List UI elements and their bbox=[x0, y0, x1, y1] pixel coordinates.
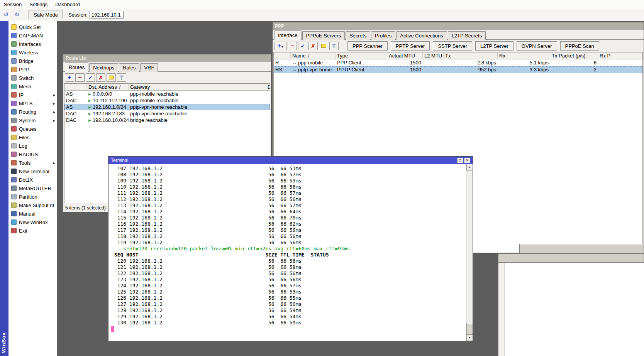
terminal-titlebar[interactable]: Terminal bbox=[108, 157, 473, 164]
terminal-scrollbar[interactable] bbox=[466, 164, 473, 341]
menu-item[interactable]: Session bbox=[0, 1, 25, 8]
route-list-titlebar[interactable]: Route List bbox=[63, 54, 271, 62]
sidebar-item[interactable]: Mesh bbox=[8, 82, 57, 91]
sidebar-item[interactable]: Partition bbox=[8, 192, 57, 201]
ppp-action-button[interactable]: SSTP Server bbox=[433, 41, 472, 51]
terminal-line: 111 192.168.1.2 56 66 57ms bbox=[111, 190, 466, 196]
disable-button[interactable] bbox=[308, 42, 318, 50]
tab[interactable]: Secrets bbox=[346, 31, 370, 40]
sidebar-item[interactable]: MPLS ▸ bbox=[8, 99, 57, 108]
disable-button[interactable] bbox=[96, 73, 105, 82]
menu-item[interactable]: Dashboard bbox=[51, 1, 84, 8]
col-gateway[interactable]: Gateway bbox=[129, 84, 266, 91]
col-flags[interactable] bbox=[64, 84, 87, 91]
comment-button[interactable] bbox=[319, 42, 328, 50]
sidebar-item[interactable]: RADIUS bbox=[8, 150, 57, 159]
remove-button[interactable] bbox=[75, 73, 85, 82]
sidebar-item[interactable]: Interfaces bbox=[8, 40, 57, 48]
tab[interactable]: Active Connections bbox=[396, 31, 447, 40]
sidebar-item[interactable]: Wireless bbox=[8, 48, 57, 57]
add-button[interactable] bbox=[274, 42, 286, 50]
col-name[interactable]: Name/ bbox=[291, 52, 336, 59]
col-flags[interactable] bbox=[274, 52, 291, 59]
table-row[interactable]: RS pptp-vpn-home PPTP Client 1500 952 bp… bbox=[274, 66, 642, 73]
close-button[interactable] bbox=[464, 158, 470, 163]
ppp-action-button[interactable]: L2TP Server bbox=[475, 41, 514, 51]
maximize-button[interactable] bbox=[457, 158, 463, 163]
col-rx-packet[interactable]: Rx P bbox=[598, 52, 642, 59]
sidebar-item[interactable]: Tools ▸ bbox=[8, 159, 57, 167]
sidebar-item[interactable]: MetaROUTER bbox=[8, 184, 57, 192]
sidebar-item[interactable]: New Terminal bbox=[8, 167, 57, 175]
sidebar-item[interactable]: Quick Set bbox=[8, 23, 57, 31]
ppp-action-button[interactable]: PPTP Server bbox=[391, 41, 430, 51]
sidebar-item[interactable]: Make Supout.rif bbox=[8, 201, 57, 209]
tab[interactable]: PPPoE Servers bbox=[302, 31, 345, 40]
tab[interactable]: Profiles bbox=[371, 31, 395, 40]
sidebar-item[interactable]: CAPsMAN bbox=[8, 31, 57, 40]
redo-button[interactable] bbox=[12, 10, 22, 19]
background-window-bar[interactable] bbox=[498, 253, 644, 263]
tab[interactable]: Routes bbox=[65, 62, 88, 72]
col-type[interactable]: Type bbox=[336, 52, 387, 59]
col-distance[interactable]: Dis bbox=[266, 84, 270, 91]
sidebar-item[interactable]: Dot1X bbox=[8, 175, 57, 184]
table-row[interactable]: DAC 10.112.112.190 ppp-mobile reachable bbox=[64, 97, 270, 104]
sidebar-item[interactable]: Bridge bbox=[8, 57, 57, 65]
safe-mode-button[interactable]: Safe Mode bbox=[29, 10, 63, 19]
menu-item[interactable]: Settings bbox=[25, 1, 51, 8]
col-l2-mtu[interactable]: L2 MTU bbox=[423, 52, 444, 59]
add-button[interactable] bbox=[65, 73, 74, 82]
routing-icon bbox=[11, 109, 17, 115]
sidebar-item[interactable]: Routing ▸ bbox=[8, 108, 57, 116]
filter-funnel-icon bbox=[332, 44, 336, 48]
tab[interactable]: L2TP Secrets bbox=[448, 31, 486, 40]
col-rx[interactable]: Rx bbox=[498, 52, 550, 59]
comment-button[interactable] bbox=[107, 73, 116, 82]
sidebar-item[interactable]: Queues bbox=[8, 125, 57, 133]
scroll-down-button[interactable] bbox=[466, 334, 473, 341]
session-input[interactable] bbox=[90, 11, 124, 19]
scrollbar-thumb[interactable] bbox=[466, 323, 473, 334]
enable-button[interactable] bbox=[86, 73, 95, 82]
table-row[interactable]: AS 192.168.1.0/24 pptp-vpn-home reachabl… bbox=[64, 104, 270, 110]
ppp-titlebar[interactable]: PPP bbox=[273, 22, 644, 30]
tab[interactable]: VRF bbox=[140, 63, 158, 72]
table-row[interactable]: AS 0.0.0.0/0 ppp-mobile reachable bbox=[64, 91, 270, 97]
table-row[interactable]: DAC 192.168.2.183 pptp-vpn-home reachabl… bbox=[64, 110, 270, 117]
sidebar-item[interactable]: IP ▸ bbox=[8, 91, 57, 99]
col-tx[interactable]: Tx bbox=[444, 52, 498, 59]
wireless-icon bbox=[11, 50, 17, 55]
table-row[interactable]: R ppp-mobile PPP Client 1500 2.8 kbps 5.… bbox=[274, 59, 642, 66]
comment-icon bbox=[321, 44, 326, 48]
sidebar-item[interactable]: New WinBox bbox=[8, 218, 57, 226]
col-actual-mtu[interactable]: Actual MTU bbox=[387, 52, 423, 59]
sidebar-item[interactable]: Switch bbox=[8, 74, 57, 82]
ppp-table-header: Name/ Type Actual MTU L2 MTU Tx Rx Tx Pa… bbox=[274, 52, 642, 59]
col-tx-packet[interactable]: Tx Packet (p/s) bbox=[550, 52, 598, 59]
sidebar-item[interactable]: Manual bbox=[8, 209, 57, 218]
log-icon bbox=[11, 143, 17, 148]
terminal-content[interactable]: 107 192.168.1.2 56 66 53ms 108 192.168.1… bbox=[108, 164, 466, 341]
ppp-action-button[interactable]: PPPoE Scan bbox=[560, 41, 599, 51]
tab[interactable]: Rules bbox=[119, 63, 139, 72]
ppp-action-button[interactable]: PPP Scanner bbox=[347, 41, 388, 51]
ppp-action-button[interactable]: OVPN Server bbox=[517, 41, 557, 51]
sidebar-item[interactable]: Exit bbox=[8, 226, 57, 235]
col-dst-address[interactable]: Dst. Address/ bbox=[87, 84, 129, 91]
filter-button[interactable] bbox=[329, 42, 339, 50]
scroll-up-button[interactable] bbox=[466, 164, 473, 170]
background-window-bar[interactable] bbox=[519, 244, 644, 253]
background-window-body[interactable] bbox=[498, 263, 644, 356]
tab[interactable]: Nexthops bbox=[89, 63, 118, 72]
undo-button[interactable] bbox=[2, 10, 11, 19]
sidebar-item[interactable]: System ▸ bbox=[8, 116, 57, 125]
sidebar-item[interactable]: Files bbox=[8, 133, 57, 142]
remove-button[interactable] bbox=[288, 42, 297, 50]
sidebar-item[interactable]: PPP bbox=[8, 65, 57, 74]
tab[interactable]: Interface bbox=[274, 30, 302, 40]
filter-button[interactable] bbox=[117, 73, 126, 82]
table-row[interactable]: DAC 192.168.10.0/24 bridge reachable bbox=[64, 117, 270, 123]
sidebar-item[interactable]: Log bbox=[8, 142, 57, 150]
enable-button[interactable] bbox=[298, 42, 307, 50]
